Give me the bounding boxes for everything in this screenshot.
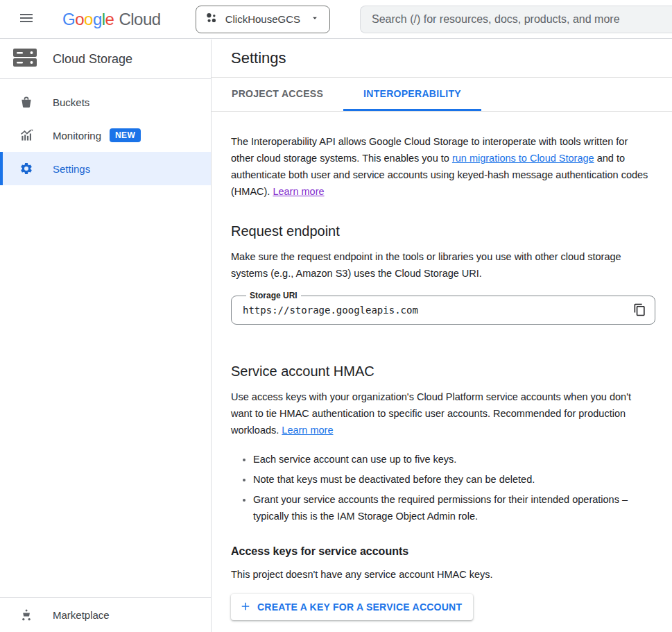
- create-key-button-label: CREATE A KEY FOR A SERVICE ACCOUNT: [257, 601, 462, 613]
- storage-uri-label: Storage URI: [246, 291, 301, 300]
- service-account-hmac-heading: Service account HMAC: [231, 364, 653, 379]
- page-title: Settings: [231, 49, 286, 67]
- service-account-hmac-text: Use access keys with your organization's…: [231, 388, 653, 438]
- sidebar-item-label: Buckets: [53, 96, 89, 108]
- bullet-item: Note that keys must be deactivated befor…: [253, 471, 653, 488]
- sidebar-item-buckets[interactable]: Buckets: [0, 85, 211, 119]
- sidebar-item-monitoring[interactable]: Monitoring NEW: [0, 119, 211, 152]
- hamburger-icon: [18, 10, 35, 28]
- access-keys-heading: Access keys for service accounts: [231, 545, 653, 558]
- search-input[interactable]: [372, 13, 661, 26]
- sidebar-item-label: Settings: [53, 163, 90, 175]
- logo-letter: G: [62, 10, 75, 28]
- settings-tabs: PROJECT ACCESS INTEROPERABILITY: [212, 78, 672, 112]
- hmac-bullet-list: Each service account can use up to five …: [231, 451, 653, 524]
- project-dots-icon: [205, 11, 218, 27]
- tab-project-access[interactable]: PROJECT ACCESS: [212, 78, 343, 111]
- chevron-down-icon: [310, 13, 320, 25]
- run-migrations-link[interactable]: run migrations to Cloud Storage: [452, 153, 594, 164]
- storage-uri-value: https://storage.googleapis.com: [243, 305, 418, 316]
- copy-button[interactable]: [631, 302, 648, 319]
- logo-letter: o: [84, 10, 93, 28]
- logo-letter: g: [93, 10, 102, 28]
- storage-uri-field: Storage URI https://storage.googleapis.c…: [231, 296, 655, 325]
- monitoring-chart-icon: [19, 128, 33, 142]
- project-selector[interactable]: ClickHouseGCS: [196, 6, 330, 33]
- page-title-bar: Settings: [212, 40, 672, 78]
- intro-paragraph: The Interoperability API allows Google C…: [231, 133, 653, 200]
- logo-google-word: Google: [62, 10, 114, 29]
- logo-letter: o: [75, 10, 84, 28]
- sidebar-nav: Buckets Monitoring NEW Settings: [0, 85, 211, 185]
- new-badge: NEW: [110, 128, 141, 142]
- access-keys-empty-text: This project doesn't have any service ac…: [231, 566, 653, 583]
- sidebar-item-label: Marketplace: [53, 609, 110, 621]
- tab-panel-interoperability: The Interoperability API allows Google C…: [212, 112, 672, 620]
- bullet-item: Grant your service accounts the required…: [253, 491, 653, 524]
- learn-more-link-hmac[interactable]: Learn more: [282, 425, 333, 436]
- gear-icon: [19, 162, 33, 176]
- sidebar-item-marketplace[interactable]: Marketplace: [0, 598, 211, 631]
- marketplace-cart-icon: [19, 608, 33, 622]
- request-endpoint-heading: Request endpoint: [231, 223, 653, 239]
- bucket-icon: [19, 95, 33, 109]
- product-header: Cloud Storage: [0, 40, 211, 79]
- logo-letter: e: [105, 10, 114, 28]
- plus-icon: [239, 600, 252, 615]
- sidebar-item-settings[interactable]: Settings: [0, 152, 211, 185]
- top-app-bar: Google Cloud ClickHouseGCS: [0, 0, 672, 39]
- search-bar[interactable]: [360, 6, 672, 33]
- product-title: Cloud Storage: [53, 52, 132, 67]
- tab-interoperability[interactable]: INTEROPERABILITY: [343, 78, 481, 111]
- create-key-button[interactable]: CREATE A KEY FOR A SERVICE ACCOUNT: [231, 594, 473, 620]
- learn-more-link-intro[interactable]: Learn more: [273, 186, 324, 197]
- request-endpoint-text: Make sure the request endpoint in the to…: [231, 248, 653, 282]
- bullet-item: Each service account can use up to five …: [253, 451, 653, 468]
- main-content: Settings PROJECT ACCESS INTEROPERABILITY…: [212, 40, 672, 632]
- cloud-storage-icon: [12, 47, 37, 71]
- google-cloud-logo[interactable]: Google Cloud: [62, 10, 161, 29]
- content-copy-icon: [633, 303, 646, 318]
- hamburger-menu-button[interactable]: [10, 3, 43, 36]
- sidebar: Cloud Storage Buckets: [0, 40, 212, 632]
- logo-cloud-word: Cloud: [119, 10, 160, 29]
- project-name: ClickHouseGCS: [225, 13, 300, 25]
- sidebar-footer: Marketplace: [0, 597, 211, 632]
- sidebar-item-label: Monitoring: [53, 130, 101, 142]
